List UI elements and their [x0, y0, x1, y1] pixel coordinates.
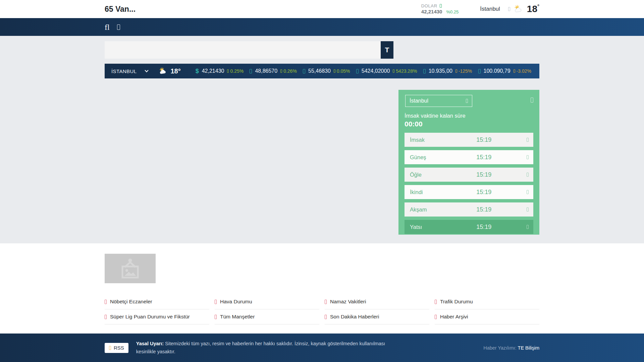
- dollar-icon: $: [196, 68, 199, 75]
- search-input[interactable]: [105, 41, 381, 59]
- ticker-change: 5423.28%: [396, 68, 417, 74]
- prayer-row-aksam[interactable]: Akşam 15:19: [405, 202, 533, 217]
- prayer-time: 15:19: [476, 154, 491, 161]
- prayer-name: Akşam: [410, 206, 476, 213]
- prayer-city-value: İstanbul: [410, 98, 428, 104]
- dolar-change: %0.25: [446, 9, 459, 15]
- footer-link-haber-arsivi[interactable]: Haber Arşivi: [435, 314, 539, 324]
- prayer-name: Öğle: [410, 172, 476, 178]
- location-icon: [508, 7, 510, 11]
- ticker-value: 48,86570: [255, 68, 277, 74]
- dolar-value: 42,21430: [421, 9, 442, 15]
- prayer-name: Yatsı: [410, 224, 476, 230]
- countdown-label: İmsak vaktine kalan süre: [405, 113, 533, 119]
- chevron-down-icon: [466, 99, 468, 103]
- dolar-rate-widget[interactable]: DOLAR 42,21430 %0.25: [421, 3, 459, 15]
- site-title[interactable]: 65 Van...: [105, 5, 136, 14]
- ticker-value: 42,21430: [202, 68, 224, 74]
- prayer-city-select[interactable]: İstanbul: [405, 95, 472, 107]
- alarm-icon[interactable]: [527, 155, 529, 159]
- prayer-time: 15:19: [476, 171, 491, 178]
- footer-link-trafik-durumu[interactable]: Trafik Durumu: [435, 299, 539, 309]
- change-down-icon: [455, 69, 457, 73]
- ticker-value: 55,46830: [308, 68, 331, 74]
- change-up-icon: [393, 69, 394, 73]
- legal-notice: Yasal Uyarı: Sitemizdeki tüm yazı, resim…: [136, 340, 397, 355]
- angle-right-icon: [435, 315, 437, 319]
- main-content: İstanbul İmsak vaktine kalan süre 00:00 …: [0, 78, 644, 243]
- legal-footer: RSS Yasal Uyarı: Sitemizdeki tüm yazı, r…: [0, 334, 644, 362]
- prayer-time: 15:19: [476, 136, 491, 143]
- ticker-weather: 18°: [159, 67, 180, 75]
- ticker-item-bitcoin[interactable]: 100.090,79 -3.02%: [478, 68, 531, 75]
- top-header: 65 Van... DOLAR 42,21430 %0.25 İstanbul: [0, 0, 644, 18]
- sun-cloud-icon: [159, 67, 168, 75]
- sun-cloud-icon: [514, 5, 524, 13]
- prayer-name: İkindi: [410, 189, 476, 195]
- footer-link-super-lig[interactable]: Süper Lig Puan Durumu ve Fikstür: [105, 314, 209, 324]
- search-section: T: [0, 36, 644, 64]
- prayer-time: 15:19: [476, 206, 491, 213]
- ticker-change: 0.26%: [283, 68, 297, 74]
- footer-link-tum-mansetler[interactable]: Tüm Manşetler: [215, 314, 319, 324]
- angle-right-icon: [215, 300, 217, 304]
- prayer-name: İmsak: [410, 137, 476, 143]
- chart-icon: [423, 69, 426, 73]
- angle-right-icon: [215, 315, 217, 319]
- software-credit: Haber Yazılımı: TE Bilişim: [483, 345, 539, 351]
- ticker-change: -3.02%: [517, 68, 531, 74]
- change-up-icon: [280, 69, 282, 73]
- prayer-name: Güneş: [410, 154, 476, 161]
- angle-right-icon: [105, 315, 107, 319]
- ticker-item-pound[interactable]: 55,46830 0.05%: [303, 68, 350, 75]
- prayer-times-widget: İstanbul İmsak vaktine kalan süre 00:00 …: [398, 90, 539, 235]
- ticker-item-dollar[interactable]: $ 42,21430 0.25%: [196, 68, 244, 75]
- ticker-city-select[interactable]: İSTANBUL: [111, 68, 148, 74]
- trend-up-icon: [440, 4, 442, 8]
- pound-icon: [303, 69, 305, 73]
- ticker-city-name: İSTANBUL: [111, 68, 137, 74]
- search-icon[interactable]: fl: [105, 23, 110, 31]
- prayer-row-ogle[interactable]: Öğle 15:19: [405, 168, 533, 182]
- footer-link-nobetci-eczaneler[interactable]: Nöbetçi Eczaneler: [105, 299, 209, 309]
- ticker-change: -125%: [459, 68, 472, 74]
- ticker-bar: İSTANBUL 18° $ 42,21430 0.25%: [105, 64, 539, 78]
- header-weather-widget[interactable]: İstanbul 18°: [480, 4, 539, 14]
- ticker-item-gold[interactable]: 5424,02000 5423.28%: [356, 68, 417, 75]
- ticker-item-euro[interactable]: 48,86570 0.26%: [250, 68, 297, 75]
- legal-notice-text: Sitemizdeki tüm yazı, resim ve haberleri…: [136, 341, 385, 354]
- ticker-change: 0.25%: [230, 68, 244, 74]
- alarm-icon[interactable]: [527, 190, 529, 194]
- prayer-row-imsak[interactable]: İmsak 15:19: [405, 133, 533, 147]
- footer-link-namaz-vakitleri[interactable]: Namaz Vakitleri: [325, 299, 429, 309]
- prayer-row-gunes[interactable]: Güneş 15:19: [405, 150, 533, 164]
- logo-image-placeholder: [105, 254, 156, 283]
- credit-link[interactable]: TE Bilişim: [518, 345, 539, 351]
- prayer-row-ikindi[interactable]: İkindi 15:19: [405, 185, 533, 199]
- ticker-value: 100.090,79: [484, 68, 511, 74]
- dolar-label: DOLAR: [421, 3, 437, 9]
- footer-link-hava-durumu[interactable]: Hava Durumu: [215, 299, 319, 309]
- alarm-icon[interactable]: [527, 225, 529, 229]
- prayer-row-yatsi[interactable]: Yatsı 15:19: [405, 220, 533, 234]
- image-placeholder-icon: [118, 258, 142, 279]
- change-down-icon: [514, 69, 515, 73]
- gold-icon: [356, 69, 359, 73]
- alarm-icon[interactable]: [527, 138, 529, 142]
- ticker-change: 0.05%: [337, 68, 350, 74]
- alarm-icon[interactable]: [527, 173, 529, 177]
- ticker-temperature: 18°: [170, 67, 180, 75]
- alarm-icon[interactable]: [527, 207, 529, 212]
- location-pin-icon[interactable]: [531, 98, 533, 103]
- angle-right-icon: [435, 300, 437, 304]
- menu-icon[interactable]: [117, 24, 120, 30]
- chevron-down-icon: [145, 68, 149, 72]
- rss-button[interactable]: RSS: [105, 343, 128, 353]
- rss-icon: [109, 346, 111, 350]
- weather-city: İstanbul: [480, 6, 500, 12]
- footer-link-son-dakika[interactable]: Son Dakika Haberleri: [325, 314, 429, 324]
- countdown-value: 00:00: [405, 120, 533, 128]
- ticker-item-bist[interactable]: 10.935,00 -125%: [423, 68, 472, 75]
- bitcoin-icon: [478, 69, 481, 73]
- search-submit-button[interactable]: T: [381, 41, 393, 59]
